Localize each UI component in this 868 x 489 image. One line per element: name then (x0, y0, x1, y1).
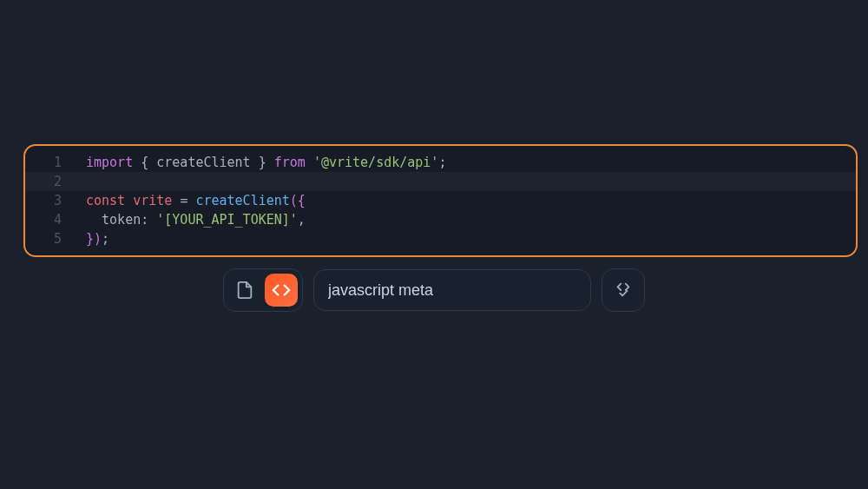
line-text[interactable] (86, 172, 856, 191)
code-line[interactable]: 4 token: '[YOUR_API_TOKEN]', (25, 210, 856, 229)
line-text[interactable]: token: '[YOUR_API_TOKEN]', (86, 210, 856, 229)
toolbar-mode-group (223, 268, 303, 312)
code-line[interactable]: 2 (25, 172, 856, 191)
line-number: 1 (25, 153, 86, 172)
line-text[interactable]: import { createClient } from '@vrite/sdk… (86, 153, 856, 172)
toolbar-format-group (602, 268, 645, 312)
code-button[interactable] (265, 274, 298, 307)
line-text[interactable]: }); (86, 229, 856, 248)
line-text[interactable]: const vrite = createClient({ (86, 191, 856, 210)
line-number: 2 (25, 172, 86, 191)
code-line[interactable]: 5}); (25, 229, 856, 248)
language-input[interactable] (321, 276, 583, 305)
code-content[interactable]: 1import { createClient } from '@vrite/sd… (25, 146, 856, 255)
line-number: 4 (25, 210, 86, 229)
file-button[interactable] (228, 274, 261, 307)
code-block[interactable]: 1import { createClient } from '@vrite/sd… (23, 144, 858, 257)
format-button[interactable] (607, 274, 640, 307)
editor-toolbar (0, 268, 868, 312)
code-line[interactable]: 3const vrite = createClient({ (25, 191, 856, 210)
language-input-wrap (313, 269, 591, 311)
code-icon (272, 281, 291, 300)
line-number: 3 (25, 191, 86, 210)
code-check-icon (614, 281, 633, 300)
line-number: 5 (25, 229, 86, 248)
file-icon (235, 281, 254, 300)
code-line[interactable]: 1import { createClient } from '@vrite/sd… (25, 153, 856, 172)
